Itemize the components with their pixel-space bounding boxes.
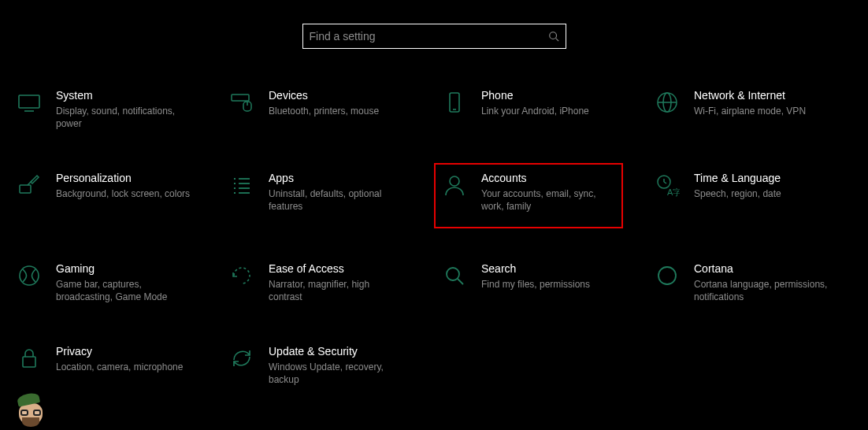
search-input[interactable]: [310, 30, 548, 43]
tile-title: Devices: [269, 88, 404, 102]
tile-cortana[interactable]: Cortana Cortana language, permissions, n…: [647, 254, 836, 311]
tile-desc: Find my files, permissions: [481, 278, 617, 291]
tile-desc: Wi-Fi, airplane mode, VPN: [694, 105, 829, 117]
tile-desc: Game bar, captures, broadcasting, Game M…: [56, 278, 191, 303]
svg-line-1: [555, 39, 558, 42]
search-box[interactable]: [302, 24, 566, 49]
svg-rect-4: [232, 95, 249, 101]
svg-point-26: [450, 176, 459, 186]
tile-title: Update & Security: [269, 344, 404, 358]
tile-title: Apps: [269, 171, 404, 185]
settings-grid: System Display, sound, notifications, po…: [0, 80, 868, 394]
ease-of-access-icon: [228, 263, 256, 291]
tile-phone[interactable]: Phone Link your Android, iPhone: [434, 80, 623, 138]
tile-network[interactable]: Network & Internet Wi-Fi, airplane mode,…: [647, 80, 836, 138]
tile-devices[interactable]: Devices Bluetooth, printers, mouse: [221, 80, 410, 138]
person-icon: [440, 172, 469, 201]
tile-title: Privacy: [56, 344, 191, 358]
tile-desc: Windows Update, recovery, backup: [269, 361, 404, 386]
svg-point-0: [549, 32, 556, 39]
tile-desc: Narrator, magnifier, high contrast: [269, 278, 404, 303]
tile-title: Network & Internet: [694, 88, 829, 102]
svg-rect-35: [23, 357, 35, 367]
globe-icon: [653, 90, 681, 118]
tile-update-security[interactable]: Update & Security Windows Update, recove…: [221, 336, 410, 394]
tile-title: System: [56, 88, 191, 102]
tile-title: Phone: [481, 88, 617, 102]
svg-line-29: [664, 182, 666, 183]
tile-gaming[interactable]: Gaming Game bar, captures, broadcasting,…: [9, 254, 198, 311]
tile-title: Search: [481, 261, 617, 276]
svg-line-33: [458, 279, 463, 284]
tile-desc: Location, camera, microphone: [56, 361, 191, 373]
tile-title: Gaming: [56, 261, 191, 276]
tile-privacy[interactable]: Privacy Location, camera, microphone: [9, 336, 198, 394]
update-icon: [228, 346, 256, 374]
tile-search[interactable]: Search Find my files, permissions: [434, 254, 623, 311]
tile-desc: Cortana language, permissions, notificat…: [694, 278, 829, 303]
tile-personalization[interactable]: Personalization Background, lock screen,…: [9, 163, 198, 228]
search-icon: [440, 263, 469, 291]
tile-system[interactable]: System Display, sound, notifications, po…: [9, 80, 198, 138]
tile-time-language[interactable]: A字 Time & Language Speech, region, date: [647, 163, 836, 228]
tile-desc: Uninstall, defaults, optional features: [269, 187, 404, 213]
tile-desc: Bluetooth, printers, mouse: [269, 105, 404, 117]
search-icon: [548, 31, 559, 42]
system-icon: [15, 90, 43, 118]
svg-point-32: [447, 268, 459, 280]
tile-desc: Link your Android, iPhone: [481, 105, 617, 117]
svg-point-31: [20, 266, 39, 285]
lock-icon: [15, 346, 43, 374]
cortana-icon: [653, 263, 681, 291]
tile-desc: Display, sound, notifications, power: [56, 105, 191, 130]
tile-apps[interactable]: Apps Uninstall, defaults, optional featu…: [221, 163, 410, 228]
tile-desc: Background, lock screen, colors: [56, 187, 191, 200]
tile-title: Ease of Access: [269, 261, 404, 276]
author-avatar-watermark: [14, 394, 50, 430]
svg-point-34: [658, 267, 676, 284]
tile-title: Cortana: [694, 261, 829, 276]
svg-rect-16: [20, 185, 31, 193]
tile-desc: Speech, region, date: [694, 187, 829, 200]
xbox-icon: [15, 263, 43, 291]
tile-title: Time & Language: [694, 171, 829, 185]
tile-title: Accounts: [481, 171, 617, 185]
tile-ease-of-access[interactable]: Ease of Access Narrator, magnifier, high…: [221, 254, 410, 311]
tile-desc: Your accounts, email, sync, work, family: [481, 187, 617, 213]
tile-title: Personalization: [56, 171, 191, 185]
search-bar-container: [0, 0, 868, 80]
devices-icon: [228, 90, 256, 118]
time-language-icon: A字: [653, 172, 681, 201]
phone-icon: [440, 90, 469, 118]
svg-rect-2: [19, 95, 39, 108]
paintbrush-icon: [15, 172, 43, 201]
svg-text:A字: A字: [667, 187, 680, 197]
tile-accounts[interactable]: Accounts Your accounts, email, sync, wor…: [434, 163, 623, 228]
apps-list-icon: [228, 172, 256, 201]
